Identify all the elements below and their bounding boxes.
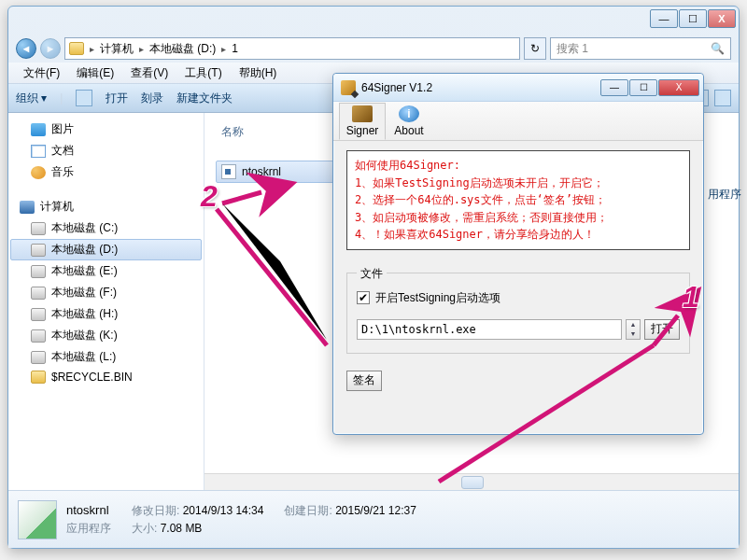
file-item-ntoskrnl[interactable]: ntoskrnl <box>216 161 346 183</box>
search-placeholder: 搜索 1 <box>557 41 588 57</box>
app-icon <box>341 80 356 95</box>
instructions-box: 如何使用64Signer: 1、如果TestSigning启动选项未开启，开启它… <box>346 150 690 250</box>
size-label: 大小: <box>132 522 157 535</box>
background-text: 用程序 <box>708 187 741 203</box>
sidebar-drive-e[interactable]: 本地磁盘 (E:) <box>51 263 118 279</box>
drive-icon <box>31 329 46 343</box>
breadcrumb-computer[interactable]: 计算机 <box>100 41 134 57</box>
sidebar-drive-k[interactable]: 本地磁盘 (K:) <box>51 328 118 343</box>
dialog-title: 64Signer V1.2 <box>361 81 432 94</box>
new-folder-button[interactable]: 新建文件夹 <box>176 91 233 106</box>
dialog-close-button[interactable]: X <box>658 79 699 96</box>
sidebar-drive-c[interactable]: 本地磁盘 (C:) <box>51 220 118 236</box>
organize-button[interactable]: 组织 ▾ <box>16 91 47 106</box>
open-file-button[interactable]: 打开 <box>644 319 680 340</box>
sidebar-drive-d[interactable]: 本地磁盘 (D:) <box>51 242 118 258</box>
documents-icon <box>31 145 46 158</box>
drive-icon <box>31 222 46 235</box>
breadcrumb-folder-1[interactable]: 1 <box>232 42 238 55</box>
created-label: 创建日期: <box>284 504 331 517</box>
search-input[interactable]: 搜索 1 🔍 <box>550 37 731 60</box>
dialog-titlebar[interactable]: 64Signer V1.2 — ☐ X <box>333 74 703 102</box>
dialog-body: 如何使用64Signer: 1、如果TestSigning启动选项未开启，开启它… <box>333 141 703 402</box>
file-thumbnail <box>18 500 57 539</box>
modified-label: 修改日期: <box>132 504 179 517</box>
tab-about-label: About <box>394 124 423 137</box>
sidebar-computer[interactable]: 计算机 <box>40 199 74 215</box>
instruction-line-1: 1、如果TestSigning启动选项未开启，开启它； <box>355 175 682 192</box>
sidebar-music[interactable]: 音乐 <box>51 164 74 180</box>
menu-file[interactable]: 文件(F) <box>16 63 67 83</box>
search-icon: 🔍 <box>711 42 725 55</box>
dialog-tabs: Signer i About <box>333 102 703 141</box>
annotation-2: 2 <box>190 177 228 215</box>
menu-help[interactable]: 帮助(H) <box>232 63 285 83</box>
instruction-line-3: 3、如启动项被修改，需重启系统；否则直接使用； <box>355 209 682 227</box>
file-item-label: ntoskrnl <box>242 165 281 178</box>
sign-button[interactable]: 签名 <box>346 371 382 391</box>
window-close-button[interactable]: X <box>708 9 736 28</box>
folder-icon <box>69 42 84 55</box>
details-pane: ntoskrnl 修改日期: 2014/9/13 14:34 创建日期: 201… <box>8 490 739 548</box>
file-path-input[interactable] <box>357 319 622 340</box>
refresh-button[interactable]: ↻ <box>524 37 546 60</box>
open-icon <box>76 90 92 106</box>
file-group: 文件 ✔ 开启TestSigning启动选项 ▲▼ 打开 <box>346 273 690 354</box>
open-button[interactable]: 打开 <box>106 91 128 106</box>
drive-icon <box>31 351 46 364</box>
nav-forward-button[interactable]: ► <box>40 38 61 59</box>
signer-dialog: 64Signer V1.2 — ☐ X Signer i About 如何使用6… <box>332 73 704 435</box>
burn-button[interactable]: 刻录 <box>141 91 163 106</box>
tab-signer[interactable]: Signer <box>339 103 386 140</box>
nav-pane[interactable]: 图片 文档 音乐 计算机 本地磁盘 (C:) 本地磁盘 (D:) 本地磁盘 (E… <box>8 113 204 490</box>
menu-view[interactable]: 查看(V) <box>123 63 176 83</box>
sidebar-drive-f[interactable]: 本地磁盘 (F:) <box>51 285 117 301</box>
sidebar-documents[interactable]: 文档 <box>51 143 74 159</box>
file-group-legend: 文件 <box>357 266 387 282</box>
path-spinner[interactable]: ▲▼ <box>626 319 641 340</box>
tab-about[interactable]: i About <box>386 103 432 140</box>
sidebar-drive-h[interactable]: 本地磁盘 (H:) <box>51 306 118 322</box>
music-icon <box>31 166 46 179</box>
instruction-heading: 如何使用64Signer: <box>355 157 682 175</box>
address-bar: ◄ ► ▸ 计算机 ▸ 本地磁盘 (D:) ▸ 1 ↻ 搜索 1 🔍 <box>8 35 739 63</box>
pictures-icon <box>31 123 46 136</box>
tab-signer-label: Signer <box>346 124 379 137</box>
dialog-maximize-button[interactable]: ☐ <box>629 79 657 96</box>
size-value: 7.08 MB <box>161 522 203 535</box>
annotation-1: 1 <box>672 278 710 315</box>
menu-edit[interactable]: 编辑(E) <box>69 63 121 83</box>
scrollbar-thumb[interactable] <box>461 476 484 489</box>
explorer-titlebar: — ☐ X <box>8 7 739 35</box>
info-icon: i <box>399 105 419 122</box>
sidebar-recycle[interactable]: $RECYCLE.BIN <box>51 371 133 384</box>
dialog-minimize-button[interactable]: — <box>600 79 628 96</box>
details-type: 应用程序 <box>66 521 111 537</box>
testsigning-label: 开启TestSigning启动选项 <box>375 290 500 306</box>
drive-icon <box>31 265 46 278</box>
instruction-line-2: 2、选择一个64位的.sys文件，点击‘签名’按钮； <box>355 191 682 209</box>
modified-value: 2014/9/13 14:34 <box>183 504 264 517</box>
breadcrumb-drive-d[interactable]: 本地磁盘 (D:) <box>149 41 216 57</box>
instruction-line-4: 4、！如果喜欢64Signer，请分享给身边的人！ <box>355 226 682 244</box>
computer-icon <box>20 201 35 214</box>
drive-icon <box>31 287 46 300</box>
menu-tools[interactable]: 工具(T) <box>177 63 229 83</box>
drive-icon <box>31 244 46 257</box>
sidebar-pictures[interactable]: 图片 <box>51 121 74 137</box>
window-minimize-button[interactable]: — <box>650 9 678 28</box>
details-filename: ntoskrnl <box>66 503 111 519</box>
drive-icon <box>31 308 46 321</box>
window-maximize-button[interactable]: ☐ <box>679 9 707 28</box>
address-field[interactable]: ▸ 计算机 ▸ 本地磁盘 (D:) ▸ 1 <box>64 37 520 60</box>
nav-back-button[interactable]: ◄ <box>16 38 36 59</box>
created-value: 2015/9/21 12:37 <box>335 504 416 517</box>
sidebar-drive-l[interactable]: 本地磁盘 (L:) <box>51 349 116 365</box>
help-icon[interactable] <box>714 90 731 106</box>
folder-icon <box>31 371 46 384</box>
testsigning-checkbox[interactable]: ✔ <box>357 291 370 304</box>
pen-icon <box>352 105 373 122</box>
